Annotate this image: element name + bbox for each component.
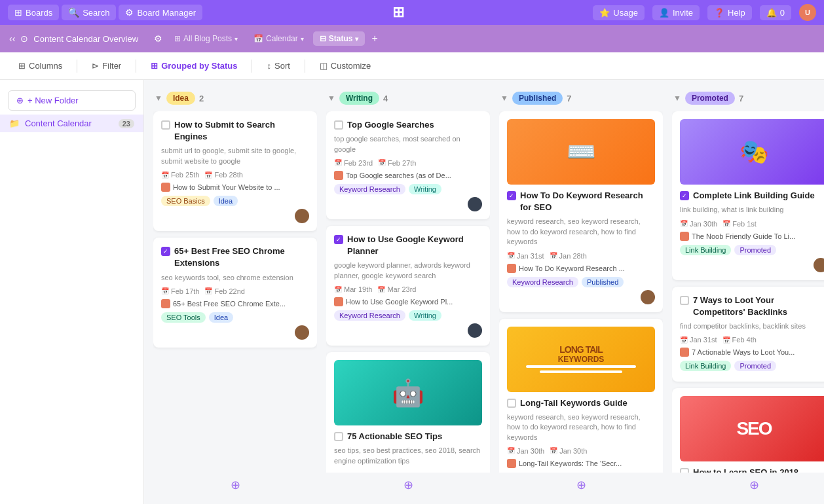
board-manager-button[interactable]: ⚙ Board Manager bbox=[119, 5, 202, 20]
filter-button[interactable]: ⊳ Filter bbox=[85, 58, 128, 74]
grouped-by-status-button[interactable]: ⊞ Grouped by Status bbox=[144, 58, 244, 74]
card-keyword-research-seo[interactable]: ⌨️ How To Do Keyword Research for SEO ke… bbox=[499, 111, 663, 312]
col-toggle-promoted[interactable]: ▼ bbox=[673, 94, 681, 103]
card-footer-3 bbox=[334, 197, 482, 211]
customize-button[interactable]: ◫ Customize bbox=[313, 58, 377, 74]
card-checkbox-5[interactable] bbox=[334, 432, 343, 441]
calendar-icon-3b: 📅 bbox=[378, 159, 386, 166]
toolbar-divider-3 bbox=[252, 60, 252, 73]
bell-icon: 🔔 bbox=[766, 8, 777, 18]
card-loot-competitors[interactable]: 7 Ways to Loot Your Competitors' Backlin… bbox=[672, 287, 824, 382]
calendar-icon: 📅 bbox=[253, 34, 263, 43]
card-actionable-seo-tips[interactable]: 🤖 75 Actionable SEO Tips seo tips, seo b… bbox=[326, 352, 490, 473]
tab-calendar[interactable]: 📅 Calendar ▾ bbox=[247, 31, 310, 46]
tab-status[interactable]: ⊟ Status ▾ bbox=[313, 31, 365, 46]
boards-button[interactable]: ⊞ Boards bbox=[8, 5, 59, 20]
card-checkbox-8[interactable] bbox=[680, 191, 689, 200]
main-layout: ⊕ + New Folder 📁 Content Calendar 23 ▼ I… bbox=[0, 80, 824, 504]
card-top-google-searches[interactable]: Top Google Searches top google searches,… bbox=[326, 111, 490, 219]
col-add-published[interactable]: ⊕ bbox=[499, 478, 663, 492]
usage-icon: ⭐ bbox=[599, 8, 610, 18]
top-nav: ⊞ Boards 🔍 Search ⚙ Board Manager ⊞ ⭐ Us… bbox=[0, 0, 824, 25]
invite-label: Invite bbox=[673, 8, 693, 18]
chevron-icon: ▾ bbox=[234, 35, 238, 43]
sub-nav: ‹‹ ⊙ Content Calendar Overview ⚙ ⊞ All B… bbox=[0, 25, 824, 52]
notifications-button[interactable]: 🔔 0 bbox=[760, 5, 791, 20]
tag-seo-tools: SEO Tools bbox=[161, 312, 206, 323]
calendar-icon-8a: 📅 bbox=[680, 220, 688, 227]
help-button[interactable]: ❓ Help bbox=[707, 5, 752, 20]
card-how-to-submit[interactable]: How to Submit to Search Engines submit u… bbox=[153, 111, 317, 231]
card-meta-7: 📅Jan 30th 📅Jan 30th bbox=[507, 447, 655, 455]
col-toggle-idea[interactable]: ▼ bbox=[155, 94, 162, 103]
card-title-3: Top Google Searches bbox=[347, 119, 434, 131]
card-google-keyword-planner[interactable]: How to Use Google Keyword Planner google… bbox=[326, 226, 490, 346]
tag-idea-1: Idea bbox=[214, 196, 238, 206]
card-title-9: 7 Ways to Loot Your Competitors' Backlin… bbox=[693, 295, 824, 318]
toolbar-divider-1 bbox=[77, 60, 77, 73]
card-checkbox-2[interactable] bbox=[161, 247, 170, 256]
settings-icon-sub[interactable]: ⚙ bbox=[154, 33, 162, 44]
card-tags-8: Link Building Promoted bbox=[680, 245, 824, 255]
new-folder-button[interactable]: ⊕ + New Folder bbox=[8, 90, 136, 111]
card-desc-3: top google searches, most searched on go… bbox=[334, 134, 482, 154]
card-checkbox-4[interactable] bbox=[334, 235, 343, 244]
col-toggle-published[interactable]: ▼ bbox=[500, 94, 508, 103]
card-footer-4 bbox=[334, 323, 482, 338]
col-add-idea[interactable]: ⊕ bbox=[153, 478, 317, 492]
card-link-6: How To Do Keyword Research ... bbox=[507, 264, 655, 273]
col-label-writing: Writing bbox=[339, 92, 379, 105]
card-tags-3: Keyword Research Writing bbox=[334, 184, 482, 194]
tab-all-blog-posts[interactable]: ⊞ All Blog Posts ▾ bbox=[168, 31, 244, 46]
col-label-published: Published bbox=[512, 92, 563, 105]
status-label: Status bbox=[329, 34, 353, 43]
card-footer-2 bbox=[161, 325, 309, 340]
calendar-icon-9a: 📅 bbox=[680, 336, 688, 344]
card-learn-seo-2018[interactable]: SEO How to Learn SEO in 2018 bbox=[672, 388, 824, 473]
card-checkbox-6[interactable] bbox=[507, 191, 516, 200]
card-checkbox-3[interactable] bbox=[334, 120, 343, 130]
sort-icon: ↕ bbox=[267, 61, 271, 71]
col-toggle-writing[interactable]: ▼ bbox=[328, 94, 335, 103]
card-link-text-4: How to Use Google Keyword Pl... bbox=[346, 298, 453, 306]
card-title-6: How To Do Keyword Research for SEO bbox=[520, 190, 655, 213]
user-avatar[interactable]: U bbox=[799, 4, 816, 21]
card-tags-2: SEO Tools Idea bbox=[161, 312, 309, 323]
col-add-writing[interactable]: ⊕ bbox=[326, 478, 490, 492]
card-checkbox-1[interactable] bbox=[161, 120, 170, 130]
card-thumb-5: 🤖 bbox=[334, 360, 482, 425]
add-view-button[interactable]: + bbox=[367, 31, 381, 46]
sort-button[interactable]: ↕ Sort bbox=[260, 58, 296, 74]
search-button[interactable]: 🔍 Search bbox=[62, 5, 116, 20]
card-desc-9: find competitor backlinks, backlink site… bbox=[680, 321, 824, 331]
notifications-count: 0 bbox=[780, 8, 785, 18]
board-manager-label: Board Manager bbox=[137, 8, 196, 18]
card-checkbox-7[interactable] bbox=[507, 399, 516, 408]
col-add-promoted[interactable]: ⊕ bbox=[672, 478, 824, 492]
usage-button[interactable]: ⭐ Usage bbox=[593, 5, 645, 20]
link-icon-8 bbox=[680, 232, 689, 241]
card-checkbox-10[interactable] bbox=[680, 468, 689, 473]
customize-icon: ◫ bbox=[320, 61, 328, 71]
col-count-writing: 4 bbox=[383, 94, 388, 103]
card-desc-6: keyword research, seo keyword research, … bbox=[507, 217, 655, 247]
card-complete-link-building[interactable]: 🎭 Complete Link Building Guide link buil… bbox=[672, 111, 824, 280]
card-checkbox-9[interactable] bbox=[680, 296, 689, 305]
card-meta-9: 📅Jan 31st 📅Feb 4th bbox=[680, 336, 824, 344]
card-seo-chrome[interactable]: 65+ Best Free SEO Chrome Extensions seo … bbox=[153, 238, 317, 348]
columns-button[interactable]: ⊞ Columns bbox=[12, 58, 69, 74]
calendar-icon-4a: 📅 bbox=[334, 286, 342, 293]
tag-writing-3: Writing bbox=[409, 184, 441, 194]
card-long-tail-keywords[interactable]: LONG TAIL KEYWORDS Long-Tail Keywords Gu… bbox=[499, 319, 663, 473]
col-label-idea: Idea bbox=[166, 92, 195, 105]
link-icon-7 bbox=[507, 459, 516, 468]
tag-seo-basics: SEO Basics bbox=[161, 196, 210, 206]
back-button[interactable]: ‹‹ bbox=[9, 33, 15, 44]
column-writing: ▼ Writing 4 Top Google Searches top goog… bbox=[326, 92, 490, 492]
column-promoted: ▼ Promoted 7 🎭 Complete Link Building Gu… bbox=[672, 92, 824, 492]
card-title-7: Long-Tail Keywords Guide bbox=[520, 397, 627, 409]
invite-button[interactable]: 👤 Invite bbox=[652, 5, 700, 20]
tag-keyword-research-4: Keyword Research bbox=[334, 310, 405, 321]
sidebar-item-content-calendar[interactable]: 📁 Content Calendar 23 bbox=[0, 115, 143, 132]
calendar-icon-3a: 📅 bbox=[334, 159, 342, 166]
